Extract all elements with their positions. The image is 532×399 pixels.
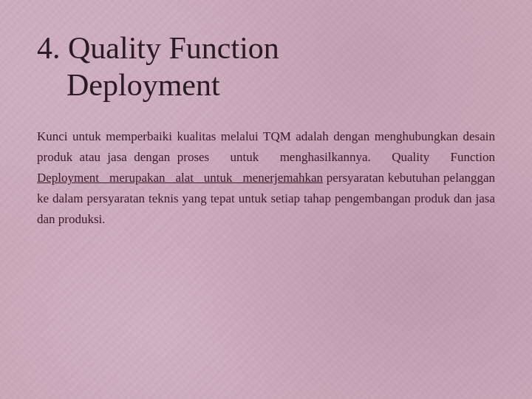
slide-body-paragraph: Kunci untuk memperbaiki kualitas melalui… xyxy=(37,126,495,230)
slide-title: 4. Quality Function Deployment xyxy=(37,30,495,104)
slide-content: 4. Quality Function Deployment Kunci unt… xyxy=(0,0,532,259)
title-line-1: 4. Quality Function xyxy=(37,30,495,66)
slide-background: 4. Quality Function Deployment Kunci unt… xyxy=(0,0,532,399)
title-line-2: Deployment xyxy=(66,66,495,103)
